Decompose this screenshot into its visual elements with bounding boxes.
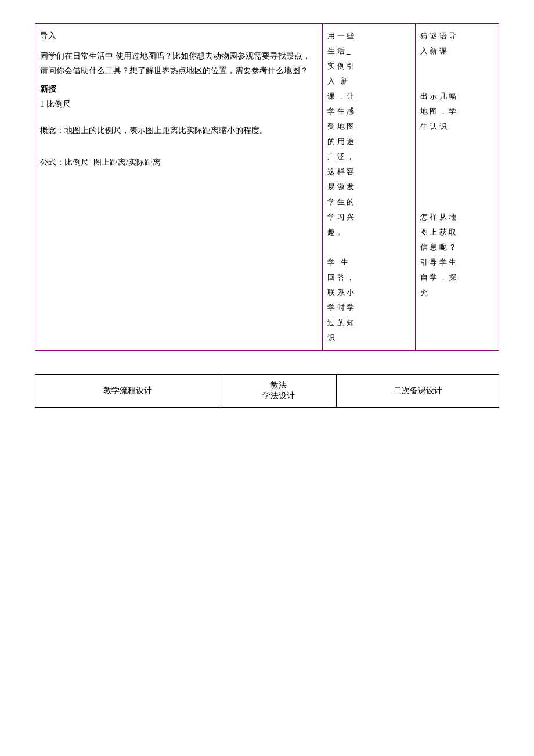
secondary-col-content: 猜 谜 语 导 入 新 课 出 示 几 幅 地 图 ， 学 生 认 识 怎 样 … [420,28,494,300]
teaching-col-content: 用 一 些 生 活 _ 实 例 引 入 新 课 ， 让 学 生 感 受 地 图 … [327,28,410,345]
bottom-col1-text: 教学流程设计 [103,386,152,395]
lesson-item: 1 比例尺 [40,97,317,111]
concept-line: 概念：地图上的比例尺，表示图上距离比实际距离缩小的程度。 [40,123,317,138]
new-lesson-text: 新授 [40,85,56,93]
bottom-table: 教学流程设计 教法学法设计 二次备课设计 [35,374,499,408]
bottom-col2-header: 教法学法设计 [221,375,337,408]
bottom-col2-text: 教法学法设计 [262,381,295,400]
teaching-cell: 用 一 些 生 活 _ 实 例 引 入 新 课 ， 让 学 生 感 受 地 图 … [323,24,416,351]
lesson-item-text: 1 比例尺 [40,100,71,109]
bottom-col3-text: 二次备课设计 [394,386,442,395]
intro-paragraph: 同学们在日常生活中 使用过地图吗？比如你想去动物园参观需要寻找景点，请问你会借助… [40,49,317,78]
bottom-col3-header: 二次备课设计 [337,375,499,408]
concept-text: 地图上的比例尺，表示图上距离比实际距离缩小的程度。 [64,126,268,135]
new-lesson-heading: 新授 [40,84,317,95]
secondary-cell: 猜 谜 语 导 入 新 课 出 示 几 幅 地 图 ， 学 生 认 识 怎 样 … [416,24,499,351]
concept-label: 概念： [40,126,64,135]
intro-heading-text: 导入 [40,31,56,40]
formula-line: 公式：比例尺=图上距离/实际距离 [40,155,317,170]
intro-heading: 导入 [40,28,317,43]
formula-text: 比例尺=图上距离/实际距离 [64,158,161,167]
bottom-col1-header: 教学流程设计 [35,375,221,408]
formula-label: 公式： [40,158,64,167]
intro-paragraph-text: 同学们在日常生活中 使用过地图吗？比如你想去动物园参观需要寻找景点，请问你会借助… [40,52,311,75]
main-content-table: 导入 同学们在日常生活中 使用过地图吗？比如你想去动物园参观需要寻找景点，请问你… [35,23,499,351]
content-cell: 导入 同学们在日常生活中 使用过地图吗？比如你想去动物园参观需要寻找景点，请问你… [35,24,323,351]
